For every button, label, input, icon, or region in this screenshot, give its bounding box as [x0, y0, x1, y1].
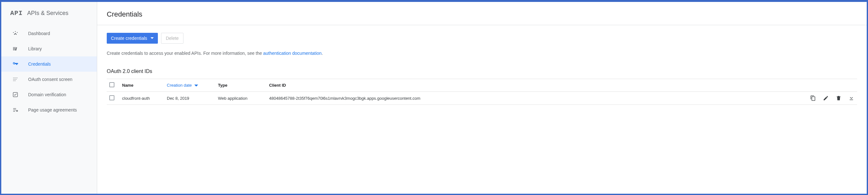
col-header-creation-date-label: Creation date [167, 83, 192, 88]
sidebar-item-label: OAuth consent screen [28, 77, 72, 82]
col-header-client-id[interactable]: Client ID [267, 79, 800, 92]
sidebar-item-label: Dashboard [28, 31, 50, 36]
row-select-cell [107, 92, 120, 105]
row-checkbox[interactable] [109, 95, 115, 101]
consent-icon [12, 76, 19, 82]
main: Credentials Create credentials Delete Cr… [97, 2, 867, 194]
row-type: Web application [215, 92, 267, 105]
section-title-oauth: OAuth 2.0 client IDs [107, 69, 857, 74]
agreements-icon [12, 107, 19, 113]
action-row: Create credentials Delete [107, 33, 857, 44]
help-text-prefix: Create credentials to access your enable… [107, 51, 263, 56]
caret-down-icon [151, 37, 154, 40]
oauth-clients-table: Name Creation date Type Client ID [107, 79, 857, 105]
api-logo-icon: API [10, 9, 23, 17]
page-title: Credentials [107, 10, 857, 18]
sidebar-item-label: Credentials [28, 62, 51, 67]
help-text-suffix: . [321, 51, 323, 56]
delete-icon[interactable] [835, 95, 842, 101]
create-credentials-label: Create credentials [111, 36, 147, 41]
sidebar-item-library[interactable]: Library [1, 41, 97, 56]
sidebar-item-dashboard[interactable]: Dashboard [1, 26, 97, 41]
sidebar: API APIs & Services Dashboard Library [1, 2, 97, 194]
download-icon[interactable] [848, 95, 855, 101]
sidebar-item-label: Library [28, 46, 42, 51]
col-header-actions [800, 79, 857, 92]
verified-icon [12, 91, 19, 98]
col-header-type[interactable]: Type [215, 79, 267, 92]
svg-point-1 [17, 111, 18, 112]
delete-button[interactable]: Delete [161, 33, 183, 44]
select-all-checkbox[interactable] [109, 82, 115, 87]
row-creation-date: Dec 8, 2019 [164, 92, 215, 105]
sidebar-item-oauth-consent[interactable]: OAuth consent screen [1, 72, 97, 87]
create-credentials-button[interactable]: Create credentials [107, 33, 158, 44]
main-header: Credentials [97, 2, 867, 25]
row-name: cloudfront-auth [120, 92, 164, 105]
edit-icon[interactable] [823, 95, 829, 101]
sidebar-title: APIs & Services [27, 10, 68, 16]
row-client-id: 48048645788-2t35f76qem70l6s1mlavrvk3mogc… [267, 92, 800, 105]
content: Create credentials Delete Create credent… [97, 25, 867, 113]
chevron-down-icon [194, 84, 198, 88]
library-icon [12, 46, 19, 52]
sidebar-item-label: Domain verification [28, 92, 66, 97]
sidebar-nav: Dashboard Library Credentials OAuth cons… [1, 24, 97, 118]
sidebar-item-page-usage-agreements[interactable]: Page usage agreements [1, 102, 97, 118]
sidebar-item-label: Page usage agreements [28, 107, 77, 113]
col-header-name[interactable]: Name [120, 79, 164, 92]
table-row[interactable]: cloudfront-auth Dec 8, 2019 Web applicat… [107, 92, 857, 105]
help-text: Create credentials to access your enable… [107, 51, 857, 56]
key-icon [12, 61, 19, 67]
auth-doc-link[interactable]: authentication documentation [263, 51, 321, 56]
col-header-creation-date[interactable]: Creation date [164, 79, 215, 92]
sidebar-header: API APIs & Services [1, 4, 97, 24]
sidebar-item-domain-verification[interactable]: Domain verification [1, 87, 97, 102]
sidebar-item-credentials[interactable]: Credentials [1, 56, 97, 72]
row-actions-cell [800, 92, 857, 105]
dashboard-icon [12, 30, 19, 37]
select-all-cell [107, 79, 120, 92]
copy-icon[interactable] [810, 95, 816, 101]
table-header-row: Name Creation date Type Client ID [107, 79, 857, 92]
